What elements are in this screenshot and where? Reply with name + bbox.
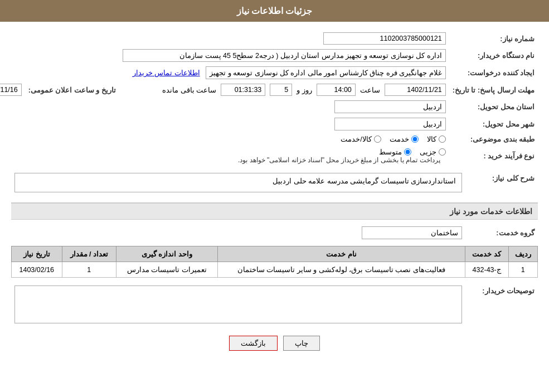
note-text: پرداخت تمام یا بخشی از مبلغ خریداز محل "…	[238, 156, 440, 164]
ijad-label: ایجاد کننده درخواست:	[449, 64, 538, 81]
sharh-niaz-label: شرح کلی نیاز:	[465, 171, 538, 197]
tosif-row: توصیحات خریدار:	[11, 283, 538, 327]
baqi-field: 01:31:33	[221, 84, 265, 96]
col-vahed: واحد اندازه گیری	[116, 246, 217, 262]
shahr-row: شهر محل تحویل: اردبیل	[0, 115, 538, 133]
tabaqe-value: کالا خدمت کالا/خدمت	[119, 133, 449, 146]
radio-khadamat-item[interactable]: خدمت	[390, 135, 419, 143]
nam-dastgah-label: نام دستگاه خریدار:	[449, 47, 538, 64]
shahr-field: اردبیل	[334, 118, 446, 130]
radio-khadamat-label: خدمت	[390, 135, 409, 143]
tarikh-aalan-value: 1402/11/16 - 10:53	[0, 81, 25, 98]
radio-jozyi-label: جزیی	[420, 148, 436, 156]
tarikh-aalan-field: 1402/11/16 - 10:53	[0, 84, 22, 96]
col-radif: ردیف	[508, 246, 537, 262]
radio-motevasset[interactable]	[404, 148, 411, 156]
radio-jozyi[interactable]	[439, 148, 446, 156]
ijad-contact-link[interactable]: اطلاعات تماس خریدار	[133, 69, 200, 77]
cell-radif: 1	[508, 262, 537, 278]
nam-dastgah-value: اداره کل نوسازی توسعه و تجهیز مدارس استا…	[119, 47, 449, 64]
services-table-body: 1 ج-43-432 فعالیت‌های نصب تاسیسات برق، ل…	[12, 262, 538, 278]
shahr-value: اردبیل	[119, 115, 449, 133]
radio-kala-item[interactable]: کالا	[427, 135, 446, 143]
services-section-label: اطلاعات خدمات مورد نیاز	[450, 207, 532, 216]
ostan-field: اردبیل	[334, 100, 446, 113]
nam-dastgah-row: نام دستگاه خریدار: اداره کل نوسازی توسعه…	[0, 47, 538, 64]
shahr-label: شهر محل تحویل:	[449, 115, 538, 133]
tarikh-field: 1402/11/21	[385, 84, 446, 96]
services-table: ردیف کد خدمت نام خدمت واحد اندازه گیری ت…	[11, 246, 538, 278]
cell-vahed: تعمیرات تاسیسات مدارس	[116, 262, 217, 278]
radio-kala-label: کالا	[427, 135, 436, 143]
tabaqe-row: طبقه بندی موضوعی: کالا خدمت	[0, 133, 538, 146]
btn-bazgasht[interactable]: بازگشت	[229, 336, 278, 351]
content-area: شماره نیاز: 1102003785000121 نام دستگاه …	[0, 22, 549, 359]
col-kod: کد خدمت	[465, 246, 508, 262]
noe-farayand-row: نوع فرآیند خرید : جزیی متوسط پرداخت تمام…	[0, 146, 538, 166]
datetime-row: 1402/11/21 ساعت 14:00 روز و 5 01:31:33 س…	[123, 84, 446, 96]
col-tarikh: تاریخ نیاز	[12, 246, 62, 262]
cell-name: فعالیت‌های نصب تاسیسات برق، لوله‌کشی و س…	[217, 262, 465, 278]
tosif-value	[11, 283, 465, 327]
ijad-row: ایجاد کننده درخواست: غلام جهانگیری فره چ…	[0, 64, 538, 81]
gorooh-row: گروه خدمت: ساختمان	[11, 224, 538, 241]
mohlat-row: مهلت ارسال پاسخ: تا تاریخ: 1402/11/21 سا…	[0, 81, 538, 98]
rooz-field: 5	[270, 84, 292, 96]
shomara-niaz-label: شماره نیاز:	[449, 30, 538, 47]
rooz-label: روز و	[297, 86, 312, 94]
radio-motevasset-label: متوسط	[379, 148, 402, 156]
ijad-field: غلام جهانگیری فره چناق کارشناس امور مالی…	[206, 66, 446, 79]
saat-label: ساعت	[360, 86, 380, 94]
gorooh-value: ساختمان	[11, 224, 465, 241]
radio-kala-khadamat-label: کالا/خدمت	[341, 135, 371, 143]
radio-jozyi-item[interactable]: جزیی	[420, 148, 446, 156]
col-name: نام خدمت	[217, 246, 465, 262]
table-row: 1 ج-43-432 فعالیت‌های نصب تاسیسات برق، ل…	[12, 262, 538, 278]
radio-kala[interactable]	[439, 135, 446, 143]
btn-chap[interactable]: چاپ	[283, 336, 320, 351]
mohlat-label: مهلت ارسال پاسخ: تا تاریخ:	[449, 81, 538, 98]
sharh-niaz-field: استانداردسازی تاسیسات گرمایشی مدرسه علام…	[14, 173, 462, 192]
cell-kod: ج-43-432	[465, 262, 508, 278]
footer-buttons: چاپ بازگشت	[11, 336, 538, 351]
farayand-radio-group: جزیی متوسط	[123, 148, 446, 156]
shomara-niaz-row: شماره نیاز: 1102003785000121	[0, 30, 538, 47]
shomara-niaz-field: 1102003785000121	[323, 32, 446, 45]
ostan-value: اردبیل	[119, 98, 449, 115]
radio-khadamat[interactable]	[411, 135, 419, 143]
ostan-row: استان محل تحویل: اردبیل	[0, 98, 538, 115]
tabaqe-radio-group: کالا خدمت کالا/خدمت	[123, 135, 446, 143]
cell-tedad: 1	[62, 262, 116, 278]
noe-farayand-label: نوع فرآیند خرید :	[449, 146, 538, 166]
services-section-header: اطلاعات خدمات مورد نیاز	[11, 202, 538, 220]
gorooh-field: ساختمان	[362, 226, 462, 239]
gorooh-table: گروه خدمت: ساختمان	[11, 224, 538, 241]
col-tedad: تعداد / مقدار	[62, 246, 116, 262]
sharh-niaz-value: استانداردسازی تاسیسات گرمایشی مدرسه علام…	[11, 171, 465, 197]
tabaqe-label: طبقه بندی موضوعی:	[449, 133, 538, 146]
page-wrapper: جزئیات اطلاعات نیاز شماره نیاز: 11020037…	[0, 0, 549, 392]
radio-kala-khadamat-item[interactable]: کالا/خدمت	[341, 135, 381, 143]
services-table-header-row: ردیف کد خدمت نام خدمت واحد اندازه گیری ت…	[12, 246, 538, 262]
mohlat-value: 1402/11/21 ساعت 14:00 روز و 5 01:31:33 س…	[119, 81, 449, 98]
sharh-niaz-table: شرح کلی نیاز: استانداردسازی تاسیسات گرما…	[11, 171, 538, 197]
services-table-head: ردیف کد خدمت نام خدمت واحد اندازه گیری ت…	[12, 246, 538, 262]
sharh-niaz-row: شرح کلی نیاز: استانداردسازی تاسیسات گرما…	[11, 171, 538, 197]
page-title: جزئیات اطلاعات نیاز	[237, 6, 313, 16]
saat-field: 14:00	[317, 84, 356, 96]
tosif-textarea[interactable]	[14, 285, 462, 323]
nam-dastgah-field: اداره کل نوسازی توسعه و تجهیز مدارس استا…	[123, 49, 446, 62]
tosif-label: توصیحات خریدار:	[465, 283, 538, 327]
tarikh-aalan-label: تاریخ و ساعت اعلان عمومی:	[25, 81, 119, 98]
gorooh-label: گروه خدمت:	[465, 224, 538, 241]
radio-kala-khadamat[interactable]	[374, 135, 381, 143]
page-header: جزئیات اطلاعات نیاز	[0, 0, 549, 22]
tosif-table: توصیحات خریدار:	[11, 283, 538, 327]
ijad-value: غلام جهانگیری فره چناق کارشناس امور مالی…	[119, 64, 449, 81]
cell-tarikh: 1403/02/16	[12, 262, 62, 278]
radio-motevasset-item[interactable]: متوسط	[379, 148, 411, 156]
noe-farayand-value: جزیی متوسط پرداخت تمام یا بخشی از مبلغ خ…	[119, 146, 449, 166]
niaz-info-table: شماره نیاز: 1102003785000121 نام دستگاه …	[0, 30, 538, 166]
baqi-label: ساعت باقی مانده	[162, 86, 216, 94]
shomara-niaz-value: 1102003785000121	[119, 30, 449, 47]
